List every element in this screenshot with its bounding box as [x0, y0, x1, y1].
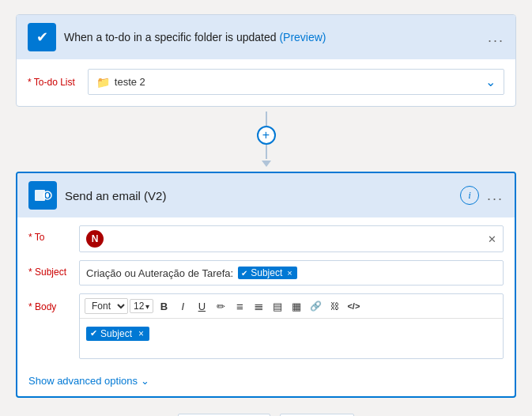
action-header: Send an email (V2) i ...: [17, 173, 515, 217]
todo-list-label: To-do List: [28, 77, 75, 88]
size-chevron-icon: ▾: [145, 302, 149, 311]
trigger-title: When a to-do in a specific folder is upd…: [64, 31, 480, 43]
body-chip-icon: ✔: [90, 328, 97, 338]
trigger-card: ✔ When a to-do in a specific folder is u…: [16, 14, 516, 107]
align-left-button[interactable]: ▤: [269, 297, 286, 315]
todo-list-select[interactable]: 📁 teste 2 ⌄: [88, 69, 504, 95]
action-card: Send an email (V2) i ... To N ✕ Subject …: [16, 172, 516, 398]
richtext-content[interactable]: ✔ Subject ×: [80, 319, 503, 358]
body-field-row: Body Font 12 ▾ B I U ✏ ≡ ≣ ▤: [28, 293, 504, 359]
folder-icon: 📁: [96, 76, 110, 89]
plus-icon: +: [262, 128, 270, 142]
action-title: Send an email (V2): [65, 189, 452, 202]
align-right-button[interactable]: ▦: [288, 297, 305, 315]
trigger-body: To-do List 📁 teste 2 ⌄: [17, 59, 515, 106]
recipient-avatar: N: [86, 230, 104, 248]
size-select[interactable]: 12 ▾: [130, 299, 153, 313]
underline-button[interactable]: U: [193, 297, 210, 315]
body-label: Body: [28, 293, 70, 312]
subject-input[interactable]: Criação ou Auteração de Tarefa: ✔ Subjec…: [79, 260, 504, 286]
bullets-button[interactable]: ≡: [231, 297, 248, 315]
connector-line-bottom: [266, 145, 267, 159]
to-field-row: To N ✕: [28, 225, 504, 252]
action-more-button[interactable]: ...: [487, 187, 504, 204]
font-select[interactable]: Font: [85, 298, 128, 314]
font-size-value: 12: [134, 301, 144, 312]
connector-line-top: [266, 112, 267, 126]
richtext-toolbar: Font 12 ▾ B I U ✏ ≡ ≣ ▤ ▦ 🔗 ⛓ </: [80, 294, 503, 319]
chip-check-icon: ✔: [241, 269, 247, 278]
code-button[interactable]: </>: [345, 297, 362, 315]
bold-button[interactable]: B: [155, 297, 172, 315]
subject-chip-close[interactable]: ×: [287, 268, 292, 278]
to-clear-button[interactable]: ✕: [488, 233, 496, 245]
to-input[interactable]: N ✕: [79, 225, 504, 252]
unlink-button[interactable]: ⛓: [326, 297, 343, 315]
subject-tag-chip[interactable]: ✔ Subject ×: [238, 267, 296, 279]
numbered-button[interactable]: ≣: [250, 297, 267, 315]
subject-chip-label: Subject: [251, 267, 282, 278]
advanced-chevron-icon: ⌄: [141, 375, 149, 387]
info-button[interactable]: i: [460, 186, 479, 205]
body-chip-close[interactable]: ×: [138, 328, 144, 339]
subject-field-row: Subject Criação ou Auteração de Tarefa: …: [28, 260, 504, 286]
trigger-header: ✔ When a to-do in a specific folder is u…: [17, 15, 515, 59]
check-icon: ✔: [36, 28, 48, 46]
body-chip-label: Subject: [100, 328, 132, 339]
trigger-more-button[interactable]: ...: [488, 29, 504, 46]
to-label: To: [28, 225, 70, 243]
add-step-button[interactable]: +: [257, 126, 276, 145]
subject-label: Subject: [28, 260, 70, 278]
trigger-title-text: When a to-do in a specific folder is upd…: [64, 31, 277, 43]
arrow-down-icon: [262, 161, 271, 167]
action-body: To N ✕ Subject Criação ou Auteração de T…: [17, 217, 515, 372]
link-button[interactable]: 🔗: [307, 297, 324, 315]
body-subject-chip[interactable]: ✔ Subject ×: [86, 327, 149, 341]
italic-button[interactable]: I: [174, 297, 191, 315]
advanced-options-toggle[interactable]: Show advanced options ⌄: [17, 372, 515, 396]
connector: +: [257, 112, 276, 167]
trigger-preview-label: (Preview): [279, 31, 326, 43]
todo-list-value: 📁 teste 2: [96, 76, 145, 89]
todo-list-text: teste 2: [115, 76, 145, 88]
advanced-label: Show advanced options: [28, 375, 138, 387]
svg-point-3: [46, 193, 49, 198]
outlook-icon: [32, 184, 54, 206]
chevron-down-icon: ⌄: [485, 74, 496, 89]
body-richtext[interactable]: Font 12 ▾ B I U ✏ ≡ ≣ ▤ ▦ 🔗 ⛓ </: [79, 293, 504, 359]
trigger-icon: ✔: [28, 23, 56, 51]
action-icon-box: [28, 181, 57, 210]
pen-button[interactable]: ✏: [212, 297, 229, 315]
subject-prefix-text: Criação ou Auteração de Tarefa:: [86, 267, 233, 279]
